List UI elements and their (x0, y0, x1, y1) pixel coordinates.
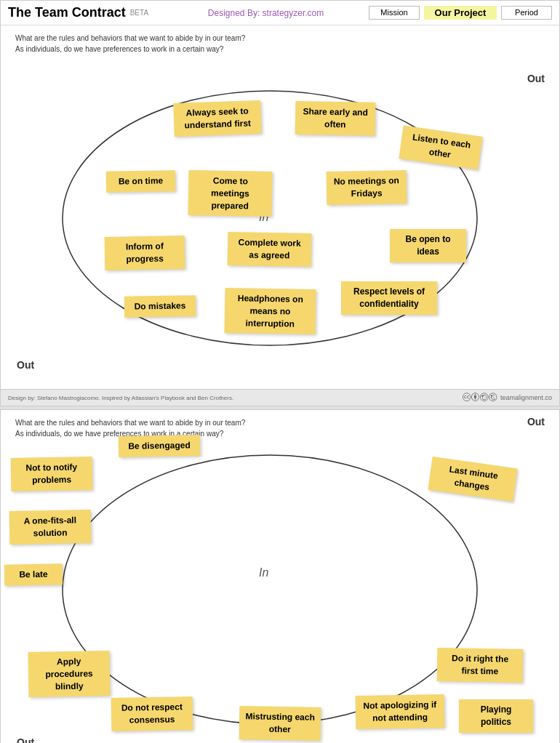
project-field[interactable]: Our Project (424, 6, 497, 20)
out-label-bl: Out (17, 359, 34, 371)
canvas-1: What are the rules and behaviors that we… (1, 25, 560, 389)
sticky-be-late[interactable]: Be late (4, 563, 63, 585)
footer-left: Design by: Stefano Mastrogiacomo. Inspir… (8, 395, 233, 401)
sticky-do-it-right[interactable]: Do it right the first time (437, 648, 524, 683)
designed-by: Designed By: strategyzer.com (163, 8, 369, 18)
in-label-2: In (259, 566, 268, 579)
out-label-tr: Out (527, 73, 545, 84)
header-fields: Mission Our Project Period (369, 6, 552, 20)
canvas-question: What are the rules and behaviors that we… (15, 33, 245, 55)
sticky-mistrusting[interactable]: Mistrusting each other (239, 706, 321, 741)
footer-1: Design by: Stefano Mastrogiacomo. Inspir… (1, 389, 559, 406)
sticky-be-open[interactable]: Be open to ideas (390, 229, 466, 262)
app-title: The Team Contract (8, 5, 126, 20)
footer-right: 🅭🅯🄎🅮 teamalignment.co (463, 393, 552, 403)
sticky-inform-progress[interactable]: Inform of progress (105, 236, 185, 270)
canvas-2: What are the rules and behaviors that we… (1, 410, 560, 743)
sticky-respect-levels[interactable]: Respect levels of confidentiality (341, 281, 437, 315)
period-field[interactable]: Period (501, 6, 552, 20)
footer-domain: teamalignment.co (500, 394, 552, 401)
sticky-be-on-time[interactable]: Be on time (106, 170, 175, 192)
mission-field[interactable]: Mission (369, 6, 420, 20)
license-icons: 🅭🅯🄎🅮 (463, 393, 497, 403)
sticky-disengaged[interactable]: Be disengaged (119, 435, 200, 457)
sticky-playing-politics[interactable]: Playing politics (459, 699, 533, 733)
sticky-share-early[interactable]: Share early and often (295, 101, 376, 136)
sticky-not-respect[interactable]: Do not respect consensus (111, 696, 193, 731)
sticky-no-meetings-fri[interactable]: No meetings on Fridays (327, 170, 407, 205)
sticky-meetings-prepared[interactable]: Come to meetings prepared (188, 170, 272, 217)
sticky-always-seek[interactable]: Always seek to understand first (173, 100, 262, 137)
sticky-headphones[interactable]: Headphones on means no interruption (224, 288, 316, 335)
panel-2: What are the rules and behaviors that we… (0, 409, 560, 743)
sticky-complete-work[interactable]: Complete work as agreed (228, 232, 312, 267)
out-label-2-bl: Out (17, 736, 34, 743)
sticky-one-fits-all[interactable]: A one-fits-all solution (9, 510, 92, 545)
sticky-apply-procedures[interactable]: Apply procedures blindly (28, 651, 110, 697)
svg-point-1 (63, 455, 477, 724)
beta-badge: BETA (130, 9, 148, 17)
ellipse-2 (59, 450, 481, 730)
sticky-do-mistakes[interactable]: Do mistakes (124, 295, 196, 318)
sticky-not-apologizing[interactable]: Not apologizing if not attending (356, 694, 445, 729)
header: The Team Contract BETA Designed By: stra… (1, 1, 559, 25)
panel-1: The Team Contract BETA Designed By: stra… (0, 0, 560, 406)
out-label-2-tr: Out (527, 416, 545, 427)
sticky-not-notify[interactable]: Not to notify problems (11, 457, 93, 491)
